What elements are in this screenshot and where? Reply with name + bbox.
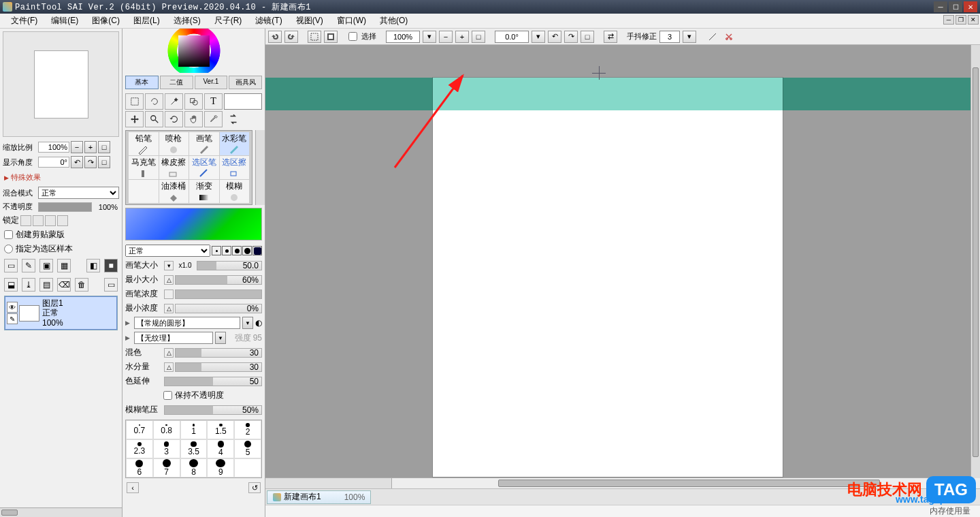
left-panel-scroll-thumb[interactable] [1, 510, 18, 516]
move-tool[interactable] [125, 111, 144, 127]
maximize-button[interactable]: ☐ [949, 1, 962, 12]
brush-size-cell[interactable]: 3 [153, 439, 180, 458]
brush-texture-dropdown-icon[interactable]: ▼ [215, 332, 226, 344]
left-panel-scrollbar[interactable] [0, 507, 122, 517]
brush-eraser[interactable]: 橡皮擦 [159, 156, 189, 179]
brush-size-cell[interactable]: 1 [180, 420, 208, 439]
selection-mode-checkbox[interactable] [348, 32, 357, 41]
min-size-slider[interactable]: 60% [175, 275, 262, 285]
brush-airbrush[interactable]: 喷枪 [159, 132, 189, 155]
brush-shape-dropdown-icon[interactable]: ▼ [242, 317, 253, 329]
menu-select[interactable]: 选择(S) [167, 14, 208, 28]
angle-reset-button[interactable]: □ [98, 156, 110, 168]
size-preset-3[interactable] [232, 246, 242, 255]
layer-item[interactable]: 👁 ✎ 图层1 正常 100% [5, 296, 117, 330]
navigator[interactable] [3, 31, 119, 137]
brush-size-slider[interactable]: 50.0 [197, 261, 262, 270]
redo-button[interactable] [284, 31, 298, 43]
tab-ver1[interactable]: Ver.1 [195, 76, 228, 89]
flip-horizontal-button[interactable]: ⇄ [604, 31, 617, 43]
panel-reset-button[interactable]: ↺ [248, 482, 261, 493]
new-mask-button[interactable]: ▦ [57, 259, 71, 272]
brush-size-cell[interactable]: 4 [207, 439, 234, 458]
brush-size-cell[interactable]: 6 [126, 458, 153, 477]
canvas-zoom-field[interactable] [386, 31, 420, 43]
min-density-slider[interactable]: 0% [175, 304, 262, 313]
blending-pressure-icon[interactable]: △ [164, 348, 174, 358]
canvas-angle-dropdown[interactable]: ▾ [532, 31, 545, 43]
density-slider[interactable]: 100 [175, 289, 262, 299]
tab-paintstyle[interactable]: 画具风 [229, 76, 262, 89]
mdi-minimize-button[interactable]: ─ [943, 15, 954, 25]
size-preset-2[interactable] [222, 246, 231, 255]
tab-binary[interactable]: 二值 [160, 76, 193, 89]
flatten-button[interactable]: ▤ [39, 278, 53, 292]
lasso-tool[interactable] [145, 93, 163, 110]
brush-size-cell[interactable]: 1.5 [207, 420, 234, 439]
brush-size-cell[interactable]: 0.8 [153, 420, 180, 439]
menu-window[interactable]: 窗口(W) [330, 14, 373, 28]
special-effects-header[interactable]: 特殊效果 [0, 170, 122, 185]
brush-shape-expand-icon[interactable]: ▶ [125, 319, 132, 326]
menu-view[interactable]: 视图(V) [289, 14, 330, 28]
menu-other[interactable]: 其他(O) [373, 14, 414, 28]
stabilizer-field[interactable] [659, 31, 680, 43]
hand-tool[interactable] [184, 111, 203, 127]
zoom-in-button[interactable]: + [84, 141, 97, 153]
layer-edit-toggle[interactable]: ✎ [7, 313, 18, 324]
brush-watercolor[interactable]: 水彩笔 [220, 132, 250, 155]
brush-pencil[interactable]: 铅笔 [129, 132, 159, 155]
angle-value[interactable]: 0° [38, 157, 69, 168]
menu-filter[interactable]: 滤镜(T) [248, 14, 289, 28]
canvas-hscroll-thumb[interactable] [498, 480, 881, 487]
size-preset-4[interactable] [242, 246, 252, 255]
panel-collapse-button[interactable]: ‹ [127, 482, 139, 493]
size-preset-1[interactable] [212, 246, 221, 255]
swap-colors-button[interactable] [224, 111, 242, 127]
canvas-angle-field[interactable] [495, 31, 529, 43]
undo-button[interactable] [268, 31, 282, 43]
water-slider[interactable]: 30 [175, 362, 262, 372]
zoom-out-button[interactable]: − [71, 141, 83, 153]
canvas-rotate-cw-button[interactable]: ↷ [564, 31, 578, 43]
brush-brush[interactable]: 画笔 [189, 132, 219, 155]
lock-paint-button[interactable] [33, 215, 44, 226]
rotate-ccw-button[interactable]: ↶ [71, 156, 83, 168]
zoom-reset-button[interactable]: □ [98, 141, 110, 153]
color-square[interactable] [178, 35, 210, 67]
density-link-icon[interactable] [164, 289, 174, 299]
minimize-button[interactable]: ─ [934, 1, 947, 12]
brush-mode-select[interactable]: 正常 [125, 245, 210, 257]
water-pressure-icon[interactable]: △ [164, 362, 174, 372]
canvas-area[interactable] [265, 45, 980, 477]
close-button[interactable]: ✕ [964, 1, 977, 12]
brush-texture-expand-icon[interactable]: ▶ [125, 334, 132, 341]
document-tab[interactable]: 新建画布1 100% [267, 490, 371, 504]
canvas-document[interactable] [433, 78, 783, 477]
invert-selection-button[interactable] [324, 31, 338, 43]
clip-mask-checkbox[interactable] [4, 230, 13, 239]
eyedropper-tool[interactable] [204, 111, 223, 127]
menu-image[interactable]: 图像(C) [85, 14, 127, 28]
lock-opacity-button[interactable] [20, 215, 31, 226]
brush-size-cell[interactable]: 5 [234, 439, 261, 458]
canvas-rotate-ccw-button[interactable]: ↶ [548, 31, 561, 43]
menu-edit[interactable]: 编辑(E) [44, 14, 85, 28]
canvas-horizontal-scrollbar[interactable] [265, 477, 980, 488]
magic-wand-tool[interactable] [165, 93, 183, 110]
new-folder-button[interactable]: ▣ [39, 259, 53, 272]
min-density-pressure-icon[interactable]: △ [164, 304, 174, 313]
layer-color-button[interactable]: ▭ [104, 278, 118, 292]
canvas-zoom-fit-button[interactable]: □ [472, 31, 485, 43]
canvas-zoom-out-button[interactable]: − [439, 31, 453, 43]
brush-bucket[interactable]: 油漆桶 [159, 180, 189, 203]
new-layer-button[interactable]: ▭ [4, 259, 18, 272]
rotate-view-tool[interactable] [165, 111, 183, 127]
brush-grid-scrollbar[interactable] [255, 130, 265, 205]
brush-empty[interactable] [129, 180, 159, 203]
canvas-vscroll-thumb[interactable] [973, 67, 979, 458]
brush-gradient[interactable]: 渐变 [189, 180, 219, 203]
brush-marker[interactable]: 马克笔 [129, 156, 159, 179]
tab-basic[interactable]: 基本 [125, 76, 159, 89]
zoom-value[interactable]: 100% [38, 142, 69, 153]
